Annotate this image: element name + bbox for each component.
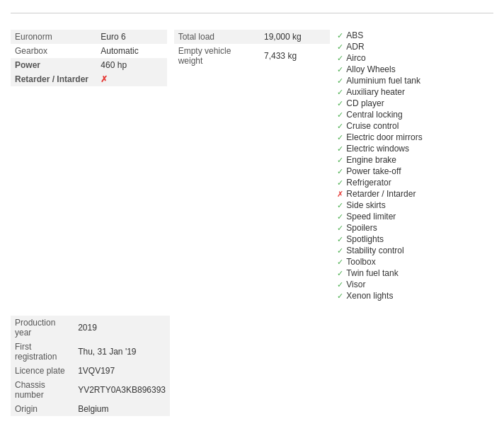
drivetrain-table: EuronormEuro 6GearboxAutomaticPower460 h…: [11, 30, 167, 86]
option-item-7: ✓Central locking: [337, 109, 493, 120]
option-check-4: ✓: [337, 76, 343, 86]
page-title: [11, 7, 493, 13]
option-label-9: Electric door mirrors: [346, 132, 422, 142]
drivetrain-value-0: Euro 6: [96, 30, 166, 44]
drivetrain-section: EuronormEuro 6GearboxAutomaticPower460 h…: [11, 24, 167, 301]
reg-label-1: First registration: [11, 340, 74, 364]
drivetrain-value-1: Automatic: [96, 44, 166, 58]
option-label-7: Central locking: [346, 110, 402, 120]
option-item-6: ✓CD player: [337, 98, 493, 109]
reg-label-4: Origin: [11, 402, 74, 416]
option-check-0: ✓: [337, 31, 343, 40]
option-check-23: ✓: [337, 292, 343, 301]
reg-value-2: 1VQV197: [74, 364, 170, 378]
reg-label-3: Chassis number: [11, 378, 74, 402]
option-label-0: ABS: [346, 30, 363, 40]
option-item-0: ✓ABS: [337, 30, 493, 41]
option-check-14: ✗: [337, 190, 343, 199]
option-item-23: ✓Xenon lights: [337, 290, 493, 301]
option-check-16: ✓: [337, 212, 343, 221]
drivetrain-value-3: ✗: [96, 72, 166, 86]
option-label-18: Spotlights: [346, 234, 384, 244]
option-label-6: CD player: [346, 98, 384, 108]
option-label-10: Electric windows: [346, 144, 409, 154]
option-check-10: ✓: [337, 144, 343, 154]
option-label-17: Spoilers: [346, 223, 377, 233]
option-label-23: Xenon lights: [346, 291, 393, 301]
reg-value-3: YV2RTY0A3KB896393: [74, 378, 170, 402]
option-item-5: ✓Auxiliary heater: [337, 86, 493, 98]
reg-label-0: Production year: [11, 316, 74, 340]
option-check-6: ✓: [337, 99, 343, 108]
option-item-4: ✓Aluminium fuel tank: [337, 75, 493, 86]
option-label-5: Auxiliary heater: [346, 87, 405, 97]
option-label-21: Twin fuel tank: [346, 268, 398, 278]
option-label-14: Retarder / Intarder: [346, 189, 416, 199]
option-item-1: ✓ADR: [337, 41, 493, 52]
reg-label-2: Licence plate: [11, 364, 74, 378]
options-section: ✓ABS✓ADR✓Airco✓Alloy Wheels✓Aluminium fu…: [337, 24, 493, 301]
mass-value-1: 7,433 kg: [260, 44, 330, 68]
option-check-5: ✓: [337, 88, 343, 97]
reg-value-0: 2019: [74, 316, 170, 340]
drivetrain-label-1: Gearbox: [11, 44, 96, 58]
option-item-12: ✓Power take-off: [337, 166, 493, 177]
option-check-1: ✓: [337, 42, 343, 52]
option-item-17: ✓Spoilers: [337, 222, 493, 234]
option-check-15: ✓: [337, 201, 343, 210]
mass-section: Total load19,000 kgEmpty vehicle weight7…: [174, 24, 331, 301]
option-check-19: ✓: [337, 246, 343, 255]
option-label-2: Airco: [346, 53, 365, 63]
option-item-11: ✓Engine brake: [337, 154, 493, 166]
option-item-18: ✓Spotlights: [337, 234, 493, 245]
option-item-9: ✓Electric door mirrors: [337, 132, 493, 143]
drivetrain-value-2: 460 hp: [96, 58, 166, 72]
option-label-15: Side skirts: [346, 200, 385, 210]
option-check-3: ✓: [337, 65, 343, 74]
option-item-21: ✓Twin fuel tank: [337, 267, 493, 279]
option-item-3: ✓Alloy Wheels: [337, 64, 493, 75]
drivetrain-label-0: Euronorm: [11, 30, 96, 44]
reg-value-1: Thu, 31 Jan '19: [74, 340, 170, 364]
option-check-13: ✓: [337, 178, 343, 188]
mass-label-0: Total load: [174, 30, 260, 44]
option-check-11: ✓: [337, 156, 343, 165]
registration-table: Production year2019First registrationThu…: [11, 316, 170, 416]
mass-value-0: 19,000 kg: [260, 30, 330, 44]
option-label-8: Cruise control: [346, 121, 399, 131]
option-check-18: ✓: [337, 235, 343, 244]
option-label-1: ADR: [346, 42, 364, 52]
option-check-22: ✓: [337, 280, 343, 289]
option-item-14: ✗Retarder / Intarder: [337, 188, 493, 200]
options-list: ✓ABS✓ADR✓Airco✓Alloy Wheels✓Aluminium fu…: [337, 30, 493, 301]
main-specs-grid: EuronormEuro 6GearboxAutomaticPower460 h…: [11, 24, 493, 301]
option-item-20: ✓Toolbox: [337, 256, 493, 267]
option-check-20: ✓: [337, 258, 343, 267]
option-check-8: ✓: [337, 122, 343, 131]
option-check-21: ✓: [337, 269, 343, 278]
mass-label-1: Empty vehicle weight: [174, 44, 260, 68]
option-item-19: ✓Stability control: [337, 245, 493, 256]
option-label-13: Refrigerator: [346, 178, 391, 188]
reg-value-4: Belgium: [74, 402, 170, 416]
drivetrain-label-3: Retarder / Intarder: [11, 72, 96, 86]
option-label-20: Toolbox: [346, 257, 375, 267]
mass-table: Total load19,000 kgEmpty vehicle weight7…: [174, 30, 331, 68]
option-label-11: Engine brake: [346, 155, 396, 165]
option-item-15: ✓Side skirts: [337, 200, 493, 211]
option-label-4: Aluminium fuel tank: [346, 76, 420, 86]
option-check-9: ✓: [337, 133, 343, 142]
registration-section: Production year2019First registrationThu…: [11, 316, 493, 416]
option-check-17: ✓: [337, 224, 343, 233]
option-item-2: ✓Airco: [337, 52, 493, 64]
option-label-22: Visor: [346, 280, 365, 289]
option-item-10: ✓Electric windows: [337, 143, 493, 154]
drivetrain-label-2: Power: [11, 58, 96, 72]
option-label-3: Alloy Wheels: [346, 64, 395, 74]
option-item-16: ✓Speed limiter: [337, 211, 493, 222]
option-check-12: ✓: [337, 167, 343, 176]
option-label-19: Stability control: [346, 246, 403, 255]
option-label-12: Power take-off: [346, 166, 401, 176]
option-label-16: Speed limiter: [346, 212, 396, 221]
option-item-22: ✓Visor: [337, 279, 493, 290]
